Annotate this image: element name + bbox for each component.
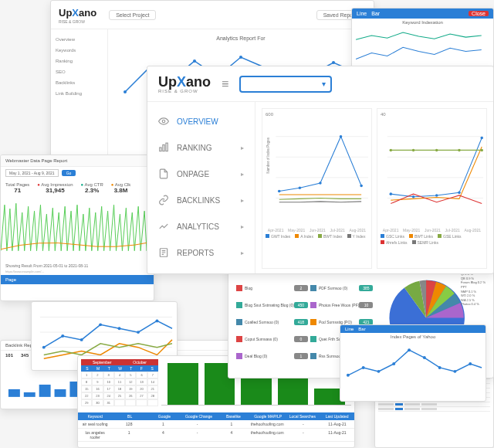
nav-backlinks[interactable]: BACKLINKS ▸ [147,187,255,213]
svg-point-49 [118,327,121,330]
svg-point-5 [239,56,242,59]
tla-item[interactable]: PDF Sumsoo (0)385 [310,280,374,295]
br-line-chart [340,341,486,383]
wm-title: Webmaster Data Page Report [1,155,154,167]
go-button[interactable]: Go [62,170,76,176]
tr-tab-bar[interactable]: Bar [371,11,380,16]
nav-overview[interactable]: OVERVIEW [147,108,255,134]
nav-reports[interactable]: REPORTS ▸ [147,239,255,266]
svg-point-66 [347,374,350,377]
wm-stats: Total Pages71 ● Avg Impression31,945 ● A… [1,179,154,197]
chart-icon [158,221,169,232]
table-row[interactable] [378,407,490,412]
tr-toolbar: Line Bar Close [352,8,493,19]
main-header: UpXano RISE & GROW ≡ ▾ [147,66,493,102]
chevron-right-icon: ▸ [241,144,244,151]
date-range-input[interactable]: May 1, 2021 - Aug 9, 2021 [5,169,59,177]
tla-item[interactable]: Blog2 [236,280,308,295]
svg-point-50 [137,331,140,334]
tr-title: Keyword Indexation [352,19,493,26]
nav-label: REPORTS [177,249,214,257]
chevron-right-icon: ▸ [241,197,244,204]
report-icon [158,247,169,258]
svg-point-51 [155,319,158,322]
svg-point-23 [278,190,281,193]
nav-label: BACKLINKS [177,196,220,205]
calendar-widget[interactable]: SeptemberOctober SMTWTFS 123456789101112… [81,359,158,406]
chevron-right-icon: ▸ [241,249,244,256]
svg-point-27 [360,185,363,188]
tla-item[interactable]: Photos Free Woos (PF)10 [310,297,374,312]
search-input[interactable]: ▾ [239,76,332,93]
svg-point-9 [332,61,335,64]
nav-onpage[interactable]: ONPAGE ▸ [147,161,255,187]
svg-rect-11 [160,148,161,151]
svg-point-37 [390,149,393,152]
tla-item[interactable]: Coalled Sumsoo (0)418 [236,314,308,329]
svg-point-47 [80,338,83,341]
bg-side-item[interactable]: Overview [54,34,104,45]
svg-point-34 [435,194,438,197]
svg-point-40 [458,149,461,152]
legend-right: GSC Links BWT Links GSE Links Ahrefs Lin… [381,234,483,245]
main-nav: OVERVIEW RANKING ▸ ONPAGE ▸ BAC [147,102,255,274]
svg-point-3 [193,59,196,63]
green-sparkline [1,197,154,259]
svg-point-0 [124,90,127,93]
svg-point-45 [42,346,46,349]
svg-point-73 [453,370,456,373]
main-app-panel: UpXano RISE & GROW ≡ ▾ OVERVIEW RANKING … [147,66,494,274]
link-icon [158,195,169,205]
svg-point-71 [423,356,426,359]
nav-label: ANALYTICS [177,222,219,231]
svg-point-68 [377,370,380,373]
svg-point-36 [480,137,483,140]
svg-rect-54 [39,385,51,397]
tla-item[interactable]: Deal Blog (0)1 [236,349,308,364]
tla-item[interactable]: Coput Sumsass (0)0 [236,332,308,347]
bg-side-item[interactable]: Link Building [54,88,104,99]
svg-rect-12 [163,145,164,151]
tr-tab-line[interactable]: Line [357,11,367,16]
bg-header: UpXano RISE & GROW Select Project Saved … [51,1,374,29]
bars-icon [158,142,169,153]
tla-item[interactable]: Blog Sxut Sxtmating Blog (0)450 [236,297,308,312]
logo: UpXano RISE & GROW [158,74,211,93]
table-row[interactable]: los angeles roofer14-4thehoofroofing.com… [78,429,354,442]
svg-point-33 [412,195,415,199]
tr-close-button[interactable]: Close [469,11,489,16]
webmaster-report-panel: Webmaster Data Page Report May 1, 2021 -… [0,154,154,301]
wm-url: https://www.example.com/... [1,270,154,275]
legend-left: GWT Index A Index BWT Index Y Index [266,234,368,239]
svg-point-39 [435,149,438,152]
svg-point-74 [469,362,472,365]
svg-point-35 [458,192,461,195]
wm-footer: Page [1,275,154,284]
svg-point-70 [408,348,411,351]
svg-point-24 [299,186,302,189]
wm-note: Showing Result From 2021-05-01 to 2021-0… [1,262,154,270]
svg-rect-52 [8,389,20,397]
nav-analytics[interactable]: ANALYTICS ▸ [147,213,255,239]
x-labels: Apr-2021May-2021Jun-2021Jul-2021Aug-2021 [266,228,368,232]
svg-point-48 [99,323,102,326]
bottom-right-line-panel: Line Bar Index Pages of Yahoo [340,324,486,402]
nav-ranking[interactable]: RANKING ▸ [147,134,255,161]
hamburger-icon[interactable]: ≡ [222,77,228,91]
bg-side-item[interactable]: Ranking [54,56,104,66]
svg-point-32 [390,192,393,195]
bg-side-item[interactable]: SEO [54,66,104,77]
br-tab-bar[interactable]: Bar [358,327,365,331]
svg-point-69 [392,362,395,365]
svg-rect-53 [24,392,36,397]
br-title: Index Pages of Yahoo [340,333,486,341]
doc-icon [158,168,169,179]
bg-side-item[interactable]: Backlinks [54,77,104,88]
svg-point-46 [61,334,64,338]
logo: UpXano RISE & GROW [59,5,96,24]
project-selector[interactable]: Select Project [109,10,156,20]
table-row[interactable]: air seal roofing1281-1thehoofroofing.com… [78,420,354,429]
svg-point-72 [438,366,442,369]
br-tab-line[interactable]: Line [345,327,354,331]
bg-side-item[interactable]: Keywords [54,45,104,56]
